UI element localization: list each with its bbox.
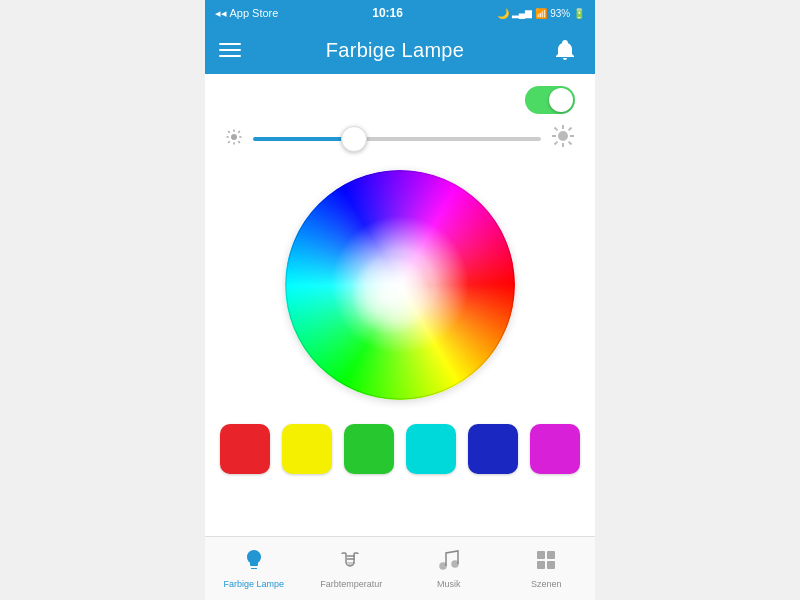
menu-button[interactable] [219, 43, 241, 57]
swatch-cyan[interactable] [406, 424, 456, 474]
svg-point-0 [231, 134, 237, 140]
header-title: Farbige Lampe [326, 39, 464, 62]
svg-line-6 [238, 141, 240, 143]
tab-label-szenen: Szenen [531, 579, 562, 590]
svg-line-17 [555, 142, 558, 145]
color-swatches [220, 424, 580, 474]
wifi-icon: 📶 [535, 8, 547, 19]
menu-line-1 [219, 43, 241, 45]
svg-point-20 [440, 563, 446, 569]
svg-point-21 [452, 561, 458, 567]
swatch-green[interactable] [344, 424, 394, 474]
tab-szenen[interactable]: Szenen [498, 537, 596, 600]
svg-rect-22 [537, 551, 545, 559]
phone-frame: ◂ ◂ App Store 10:16 🌙 ▂▄▆ 📶 93% 🔋 Farbig… [205, 0, 595, 600]
app-store-label: ◂ App Store [221, 7, 278, 20]
menu-line-3 [219, 55, 241, 57]
bell-button[interactable] [549, 34, 581, 66]
status-time: 10:16 [372, 6, 403, 20]
svg-line-14 [555, 128, 558, 131]
brightness-max-icon [551, 124, 575, 154]
color-wheel[interactable] [285, 170, 515, 400]
tab-icon-szenen [534, 548, 558, 576]
tab-label-farbige-lampe: Farbige Lampe [223, 579, 284, 590]
signal-bars: ▂▄▆ [512, 8, 532, 18]
brightness-min-icon [225, 128, 243, 151]
svg-rect-23 [547, 551, 555, 559]
tab-label-musik: Musik [437, 579, 461, 590]
svg-line-5 [228, 131, 230, 133]
svg-line-7 [238, 131, 240, 133]
toggle-knob [549, 88, 573, 112]
color-wheel-container [285, 170, 515, 404]
battery-icon: 93% 🔋 [550, 8, 585, 19]
tab-icon-farbtemperatur [339, 548, 363, 576]
tab-label-farbtemperatur: Farbtemperatur [320, 579, 382, 590]
swatch-yellow[interactable] [282, 424, 332, 474]
svg-line-8 [228, 141, 230, 143]
tab-farbige-lampe[interactable]: Farbige Lampe [205, 537, 303, 600]
brightness-track[interactable] [253, 137, 541, 141]
tab-bar: Farbige Lampe Farbtemperatur [205, 536, 595, 600]
svg-line-16 [569, 128, 572, 131]
brightness-thumb[interactable] [341, 126, 367, 152]
brightness-slider-row [225, 124, 575, 154]
main-content [205, 74, 595, 536]
swatch-blue[interactable] [468, 424, 518, 474]
status-left: ◂ ◂ App Store [215, 7, 278, 20]
moon-icon: 🌙 [497, 8, 509, 19]
status-right: 🌙 ▂▄▆ 📶 93% 🔋 [497, 8, 585, 19]
menu-line-2 [219, 49, 241, 51]
tab-icon-musik [437, 548, 461, 576]
tab-icon-farbige-lampe [242, 548, 266, 576]
tab-musik[interactable]: Musik [400, 537, 498, 600]
svg-rect-25 [547, 561, 555, 569]
swatch-red[interactable] [220, 424, 270, 474]
svg-point-9 [558, 131, 568, 141]
tab-farbtemperatur[interactable]: Farbtemperatur [303, 537, 401, 600]
toggle-row [225, 86, 575, 114]
swatch-magenta[interactable] [530, 424, 580, 474]
svg-rect-24 [537, 561, 545, 569]
power-toggle[interactable] [525, 86, 575, 114]
svg-line-15 [569, 142, 572, 145]
bell-icon [553, 38, 577, 62]
status-bar: ◂ ◂ App Store 10:16 🌙 ▂▄▆ 📶 93% 🔋 [205, 0, 595, 26]
header: Farbige Lampe [205, 26, 595, 74]
